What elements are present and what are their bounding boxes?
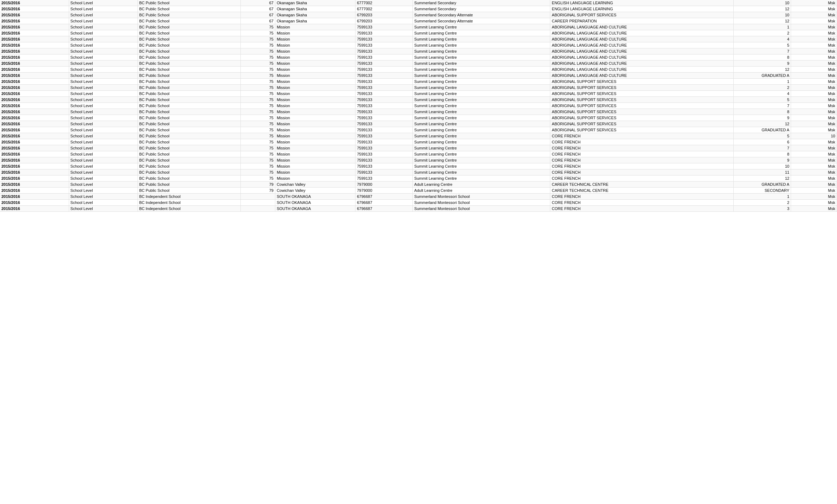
- table-cell: 2015/2016: [0, 200, 69, 206]
- table-cell: 7979000: [355, 188, 413, 194]
- table-cell: Msk: [791, 91, 837, 97]
- table-cell: Summit Learning Centre: [413, 85, 550, 91]
- table-cell: CORE FRENCH: [550, 175, 734, 182]
- table-row: 2015/2016School LevelBC Public School67O…: [0, 18, 837, 24]
- table-cell: BC Independent School: [137, 194, 241, 200]
- table-cell: School Level: [69, 24, 137, 30]
- table-cell: Msk: [791, 151, 837, 157]
- table-cell: 4: [734, 91, 791, 97]
- table-cell: 4: [734, 36, 791, 42]
- table-cell: Msk: [791, 67, 837, 73]
- table-cell: 75: [241, 36, 275, 42]
- table-cell: School Level: [69, 157, 137, 163]
- table-cell: Summit Learning Centre: [413, 73, 550, 79]
- table-cell: 2015/2016: [0, 127, 69, 133]
- table-cell: Mission: [275, 48, 355, 54]
- table-cell: Mission: [275, 163, 355, 169]
- table-cell: Mission: [275, 67, 355, 73]
- table-cell: 7599133: [355, 91, 413, 97]
- table-row: 2015/2016School LevelBC Public School75M…: [0, 115, 837, 121]
- table-cell: 12: [734, 175, 791, 182]
- table-cell: Summerland Montessori School: [413, 206, 550, 212]
- table-cell: School Level: [69, 97, 137, 103]
- table-cell: 1: [734, 24, 791, 30]
- table-cell: 7599133: [355, 109, 413, 115]
- table-cell: 75: [241, 30, 275, 36]
- table-cell: 7599133: [355, 54, 413, 61]
- table-cell: ABORIGINAL LANGUAGE AND CULTURE: [550, 67, 734, 73]
- table-row: 2015/2016School LevelBC Public School79C…: [0, 182, 837, 188]
- table-cell: Summit Learning Centre: [413, 133, 550, 139]
- table-cell: Summit Learning Centre: [413, 30, 550, 36]
- table-cell: BC Public School: [137, 18, 241, 24]
- table-cell: BC Public School: [137, 163, 241, 169]
- table-cell: Mission: [275, 157, 355, 163]
- table-cell: 2015/2016: [0, 30, 69, 36]
- table-cell: SOUTH OKANAGA: [275, 206, 355, 212]
- table-cell: 7599133: [355, 115, 413, 121]
- table-cell: Msk: [791, 73, 837, 79]
- table-cell: Msk: [791, 121, 837, 127]
- table-cell: Cowichan Valley: [275, 182, 355, 188]
- table-cell: Msk: [791, 188, 837, 194]
- table-cell: 7599133: [355, 169, 413, 175]
- table-cell: Summit Learning Centre: [413, 157, 550, 163]
- table-cell: 2015/2016: [0, 73, 69, 79]
- table-cell: Msk: [791, 30, 837, 36]
- table-cell: 7599133: [355, 24, 413, 30]
- table-cell: BC Public School: [137, 188, 241, 194]
- table-cell: 2015/2016: [0, 121, 69, 127]
- table-cell: 7599133: [355, 103, 413, 109]
- table-cell: Summit Learning Centre: [413, 54, 550, 61]
- table-cell: School Level: [69, 175, 137, 182]
- table-cell: 7599133: [355, 145, 413, 151]
- table-cell: BC Public School: [137, 6, 241, 12]
- table-cell: [241, 200, 275, 206]
- table-cell: BC Public School: [137, 24, 241, 30]
- table-row: 2015/2016School LevelBC Public School75M…: [0, 54, 837, 61]
- table-cell: Mission: [275, 61, 355, 67]
- table-cell: Adult Learning Centre: [413, 188, 550, 194]
- table-cell: BC Public School: [137, 103, 241, 109]
- table-cell: BC Public School: [137, 12, 241, 18]
- table-cell: Msk: [791, 0, 837, 6]
- table-cell: Summit Learning Centre: [413, 103, 550, 109]
- table-cell: ABORIGINAL LANGUAGE AND CULTURE: [550, 48, 734, 54]
- table-cell: Summit Learning Centre: [413, 175, 550, 182]
- table-cell: BC Public School: [137, 115, 241, 121]
- table-cell: Summit Learning Centre: [413, 42, 550, 48]
- table-cell: BC Public School: [137, 85, 241, 91]
- table-cell: 75: [241, 24, 275, 30]
- table-cell: 2015/2016: [0, 6, 69, 12]
- table-cell: School Level: [69, 6, 137, 12]
- table-cell: Msk: [791, 48, 837, 54]
- table-cell: CAREER TECHNICAL CENTRE: [550, 188, 734, 194]
- table-cell: 7599133: [355, 36, 413, 42]
- table-cell: Summit Learning Centre: [413, 115, 550, 121]
- table-cell: 2015/2016: [0, 109, 69, 115]
- table-cell: Summit Learning Centre: [413, 24, 550, 30]
- table-cell: SECONDARY: [734, 188, 791, 194]
- table-cell: 2015/2016: [0, 54, 69, 61]
- table-cell: School Level: [69, 151, 137, 157]
- table-cell: Summit Learning Centre: [413, 36, 550, 42]
- table-row: 2015/2016School LevelBC Public School75M…: [0, 139, 837, 145]
- table-cell: 75: [241, 91, 275, 97]
- table-cell: ABORIGINAL SUPPORT SERVICES: [550, 79, 734, 85]
- table-cell: School Level: [69, 42, 137, 48]
- table-cell: Summerland Secondary Alternate: [413, 18, 550, 24]
- table-cell: 3: [734, 206, 791, 212]
- table-cell: BC Public School: [137, 0, 241, 6]
- table-cell: 6777002: [355, 6, 413, 12]
- table-cell: 6799203: [355, 12, 413, 18]
- table-cell: ABORIGINAL SUPPORT SERVICES: [550, 109, 734, 115]
- data-table: 2015/2016School LevelBC Public School67O…: [0, 0, 837, 212]
- table-cell: ABORIGINAL SUPPORT SERVICES: [550, 127, 734, 133]
- table-cell: 2015/2016: [0, 188, 69, 194]
- table-row: 2015/2016School LevelBC Public School75M…: [0, 109, 837, 115]
- table-cell: Mission: [275, 103, 355, 109]
- table-cell: School Level: [69, 145, 137, 151]
- table-cell: 7: [734, 145, 791, 151]
- table-cell: ABORIGINAL LANGUAGE AND CULTURE: [550, 24, 734, 30]
- table-cell: Summit Learning Centre: [413, 145, 550, 151]
